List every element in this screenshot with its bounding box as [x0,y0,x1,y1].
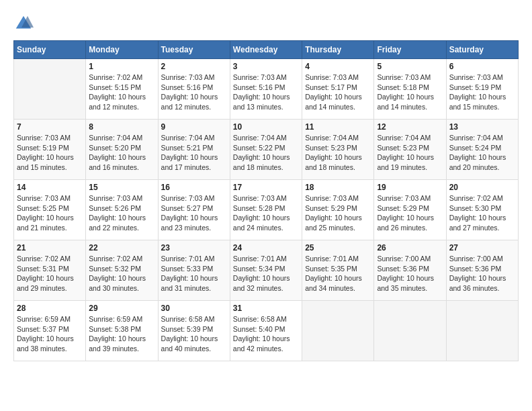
day-info: Sunrise: 7:04 AM Sunset: 5:21 PM Dayligh… [161,133,227,173]
day-info: Sunrise: 7:04 AM Sunset: 5:22 PM Dayligh… [233,133,299,173]
calendar-cell: 21Sunrise: 7:02 AM Sunset: 5:31 PM Dayli… [14,240,86,301]
day-info: Sunrise: 6:59 AM Sunset: 5:37 PM Dayligh… [17,314,83,354]
day-number: 2 [161,62,227,71]
calendar-cell: 14Sunrise: 7:03 AM Sunset: 5:25 PM Dayli… [14,180,86,240]
day-number: 6 [449,62,515,71]
day-number: 26 [377,243,443,253]
calendar-cell: 22Sunrise: 7:02 AM Sunset: 5:32 PM Dayli… [86,240,158,301]
day-info: Sunrise: 7:03 AM Sunset: 5:16 PM Dayligh… [233,73,299,112]
calendar-cell: 5Sunrise: 7:03 AM Sunset: 5:18 PM Daylig… [374,59,446,120]
day-info: Sunrise: 6:58 AM Sunset: 5:40 PM Dayligh… [233,314,299,354]
calendar-body: 1Sunrise: 7:02 AM Sunset: 5:15 PM Daylig… [14,59,519,361]
day-info: Sunrise: 7:03 AM Sunset: 5:26 PM Dayligh… [89,193,154,233]
day-info: Sunrise: 7:04 AM Sunset: 5:23 PM Dayligh… [305,133,371,173]
calendar-cell: 28Sunrise: 6:59 AM Sunset: 5:37 PM Dayli… [14,301,86,361]
calendar-cell [374,301,446,361]
calendar-cell: 8Sunrise: 7:04 AM Sunset: 5:20 PM Daylig… [86,120,158,180]
day-number: 3 [233,62,299,71]
weekday-header: Tuesday [158,41,230,59]
calendar-cell: 24Sunrise: 7:01 AM Sunset: 5:34 PM Dayli… [230,240,302,301]
calendar-cell: 15Sunrise: 7:03 AM Sunset: 5:26 PM Dayli… [86,180,158,240]
day-info: Sunrise: 7:02 AM Sunset: 5:15 PM Dayligh… [89,73,154,112]
day-number: 19 [377,183,443,192]
calendar-cell: 13Sunrise: 7:04 AM Sunset: 5:24 PM Dayli… [446,120,518,180]
day-number: 20 [449,183,515,192]
day-number: 30 [161,304,227,313]
calendar-cell: 6Sunrise: 7:03 AM Sunset: 5:19 PM Daylig… [446,59,518,120]
calendar-cell: 27Sunrise: 7:00 AM Sunset: 5:36 PM Dayli… [446,240,518,301]
calendar-cell: 26Sunrise: 7:00 AM Sunset: 5:36 PM Dayli… [374,240,446,301]
logo-icon [13,13,34,34]
day-number: 27 [449,243,515,253]
day-number: 25 [305,243,371,253]
day-number: 9 [161,122,227,132]
calendar-cell: 30Sunrise: 6:58 AM Sunset: 5:39 PM Dayli… [158,301,230,361]
calendar-cell: 9Sunrise: 7:04 AM Sunset: 5:21 PM Daylig… [158,120,230,180]
day-info: Sunrise: 7:01 AM Sunset: 5:34 PM Dayligh… [233,254,299,293]
day-info: Sunrise: 7:03 AM Sunset: 5:29 PM Dayligh… [377,193,443,233]
calendar-cell: 20Sunrise: 7:02 AM Sunset: 5:30 PM Dayli… [446,180,518,240]
day-info: Sunrise: 7:03 AM Sunset: 5:27 PM Dayligh… [161,193,227,233]
day-number: 31 [233,304,299,313]
day-info: Sunrise: 7:01 AM Sunset: 5:35 PM Dayligh… [305,254,371,293]
calendar-week: 28Sunrise: 6:59 AM Sunset: 5:37 PM Dayli… [14,301,519,361]
day-number: 4 [305,62,371,71]
day-info: Sunrise: 7:04 AM Sunset: 5:23 PM Dayligh… [377,133,443,173]
day-number: 22 [89,243,154,253]
calendar-header: SundayMondayTuesdayWednesdayThursdayFrid… [14,41,519,59]
calendar-week: 1Sunrise: 7:02 AM Sunset: 5:15 PM Daylig… [14,59,519,120]
day-number: 1 [89,62,154,71]
calendar: SundayMondayTuesdayWednesdayThursdayFrid… [13,40,519,361]
calendar-cell: 16Sunrise: 7:03 AM Sunset: 5:27 PM Dayli… [158,180,230,240]
calendar-cell [14,59,86,120]
calendar-cell: 25Sunrise: 7:01 AM Sunset: 5:35 PM Dayli… [302,240,374,301]
calendar-cell: 3Sunrise: 7:03 AM Sunset: 5:16 PM Daylig… [230,59,302,120]
day-number: 16 [161,183,227,192]
day-number: 29 [89,304,154,313]
day-info: Sunrise: 7:03 AM Sunset: 5:19 PM Dayligh… [17,133,83,173]
calendar-cell: 10Sunrise: 7:04 AM Sunset: 5:22 PM Dayli… [230,120,302,180]
day-number: 12 [377,122,443,132]
day-number: 17 [233,183,299,192]
day-info: Sunrise: 7:03 AM Sunset: 5:17 PM Dayligh… [305,73,371,112]
day-number: 14 [17,183,83,192]
weekday-header: Wednesday [230,41,302,59]
calendar-week: 14Sunrise: 7:03 AM Sunset: 5:25 PM Dayli… [14,180,519,240]
day-number: 15 [89,183,154,192]
calendar-cell: 4Sunrise: 7:03 AM Sunset: 5:17 PM Daylig… [302,59,374,120]
logo [13,13,36,34]
day-info: Sunrise: 7:02 AM Sunset: 5:30 PM Dayligh… [449,193,515,233]
calendar-cell: 2Sunrise: 7:03 AM Sunset: 5:16 PM Daylig… [158,59,230,120]
day-number: 10 [233,122,299,132]
calendar-week: 7Sunrise: 7:03 AM Sunset: 5:19 PM Daylig… [14,120,519,180]
day-info: Sunrise: 7:03 AM Sunset: 5:28 PM Dayligh… [233,193,299,233]
calendar-cell: 12Sunrise: 7:04 AM Sunset: 5:23 PM Dayli… [374,120,446,180]
day-info: Sunrise: 7:02 AM Sunset: 5:31 PM Dayligh… [17,254,83,293]
calendar-cell [446,301,518,361]
day-info: Sunrise: 7:04 AM Sunset: 5:20 PM Dayligh… [89,133,154,173]
day-info: Sunrise: 7:03 AM Sunset: 5:16 PM Dayligh… [161,73,227,112]
day-info: Sunrise: 7:03 AM Sunset: 5:25 PM Dayligh… [17,193,83,233]
weekday-header: Sunday [14,41,86,59]
day-number: 7 [17,122,83,132]
weekday-header: Saturday [446,41,518,59]
calendar-cell: 23Sunrise: 7:01 AM Sunset: 5:33 PM Dayli… [158,240,230,301]
day-number: 23 [161,243,227,253]
day-number: 24 [233,243,299,253]
day-info: Sunrise: 7:03 AM Sunset: 5:29 PM Dayligh… [305,193,371,233]
calendar-cell: 29Sunrise: 6:59 AM Sunset: 5:38 PM Dayli… [86,301,158,361]
day-info: Sunrise: 6:59 AM Sunset: 5:38 PM Dayligh… [89,314,154,354]
day-info: Sunrise: 7:02 AM Sunset: 5:32 PM Dayligh… [89,254,154,293]
day-number: 8 [89,122,154,132]
day-number: 5 [377,62,443,71]
calendar-cell: 11Sunrise: 7:04 AM Sunset: 5:23 PM Dayli… [302,120,374,180]
day-info: Sunrise: 7:03 AM Sunset: 5:18 PM Dayligh… [377,73,443,112]
calendar-cell: 19Sunrise: 7:03 AM Sunset: 5:29 PM Dayli… [374,180,446,240]
day-number: 11 [305,122,371,132]
weekday-header: Thursday [302,41,374,59]
day-info: Sunrise: 7:00 AM Sunset: 5:36 PM Dayligh… [449,254,515,293]
weekday-header: Monday [86,41,158,59]
calendar-cell: 7Sunrise: 7:03 AM Sunset: 5:19 PM Daylig… [14,120,86,180]
day-number: 18 [305,183,371,192]
calendar-cell: 1Sunrise: 7:02 AM Sunset: 5:15 PM Daylig… [86,59,158,120]
